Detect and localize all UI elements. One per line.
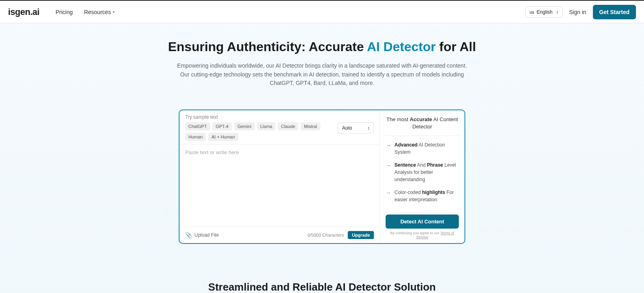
feature-bold: Sentence [394,162,416,168]
hero-title-post: for All [436,39,476,54]
hero-title-pre: Ensuring Authenticity: Accurate [168,39,367,54]
hero-title-highlight: AI Detector [367,39,436,54]
mode-label: Auto [342,125,352,131]
chip-claude[interactable]: Claude [278,122,298,130]
feature-pre: Color-coded [394,190,422,195]
textarea-wrap [180,144,380,227]
nav-links: Pricing Resources ▾ [56,9,115,15]
mode-select[interactable]: Auto ▴▾ [338,122,374,134]
features-list: → Advanced AI Detection System → Sentenc… [386,136,459,215]
select-arrows-icon: ▴▾ [557,10,558,14]
detector-card: Try sample text ChatGPT GPT-4 Gemini Lla… [179,109,465,244]
section-2-title: Streamlined and Reliable AI Detector Sol… [8,280,636,293]
select-arrows-icon: ▴▾ [368,126,369,130]
feature-mid: And [416,162,427,168]
detect-button[interactable]: Detect AI Content [386,215,459,229]
text-input[interactable] [180,144,380,225]
feature-item: → Sentence And Phrase Level Analysis for… [386,161,459,183]
get-started-button[interactable]: Get Started [593,5,636,19]
counter-wrap: 0/5000 Characters Upgrade [308,231,374,239]
chip-mistral[interactable]: Mistral [301,122,320,130]
chip-llama[interactable]: Llama [257,122,276,130]
nav-right: us English ▴▾ Sign in Get Started [525,5,636,19]
upgrade-button[interactable]: Upgrade [348,231,374,239]
sample-chips: ChatGPT GPT-4 Gemini Llama Claude Mistra… [185,122,334,141]
feature-text: Sentence And Phrase Level Analysis for b… [394,161,459,183]
right-title-bold: Accurate [410,116,432,122]
flag-icon: us [530,10,535,14]
nav-left: isgen.ai Pricing Resources ▾ [8,7,115,17]
chip-gemini[interactable]: Gemini [234,122,255,130]
chip-gpt4[interactable]: GPT-4 [213,122,232,130]
upload-file[interactable]: 📎 Upload File [185,232,219,238]
chevron-down-icon: ▾ [113,10,115,14]
feature-bold: Advanced [394,142,417,148]
nav-resources[interactable]: Resources ▾ [84,9,115,15]
right-title-pre: The most [386,116,410,122]
upload-label: Upload File [194,232,219,238]
terms-note: By continuing you agree to our Terms of … [386,231,459,239]
arrow-right-icon: → [386,141,391,156]
feature-text: Advanced AI Detection System [394,141,459,156]
chips-row: ChatGPT GPT-4 Gemini Llama Claude Mistra… [185,122,374,141]
arrow-right-icon: → [386,189,391,203]
language-select[interactable]: us English ▴▾ [525,6,563,18]
feature-item: → Advanced AI Detection System [386,141,459,156]
detector-left: Try sample text ChatGPT GPT-4 Gemini Lla… [180,110,380,243]
feature-bold: highlights [422,190,445,195]
section-2: Streamlined and Reliable AI Detector Sol… [0,244,644,293]
detector-right: The most Accurate AI Content Detector → … [380,110,464,243]
hero: Ensuring Authenticity: Accurate AI Detec… [0,23,644,97]
navbar: isgen.ai Pricing Resources ▾ us English … [0,1,644,23]
signin-link[interactable]: Sign in [569,9,586,15]
nav-pricing[interactable]: Pricing [56,9,73,15]
hero-title: Ensuring Authenticity: Accurate AI Detec… [8,39,636,54]
sample-row: Try sample text ChatGPT GPT-4 Gemini Lla… [180,110,380,144]
language-label: English [537,9,552,15]
section-2-line1: Streamlined and Reliable AI Detector Sol… [208,281,436,293]
paperclip-icon: 📎 [185,232,192,238]
chip-human[interactable]: Human [185,133,206,141]
bottom-bar: 📎 Upload File 0/5000 Characters Upgrade [180,227,380,243]
sample-label: Try sample text [185,114,374,120]
feature-item: → Color-coded highlights For easier inte… [386,189,459,203]
arrow-right-icon: → [386,161,391,183]
right-title: The most Accurate AI Content Detector [386,116,459,136]
brand-logo[interactable]: isgen.ai [8,7,39,17]
nav-resources-label: Resources [84,9,111,15]
chip-chatgpt[interactable]: ChatGPT [185,122,210,130]
feature-bold: Phrase [427,162,443,168]
char-counter: 0/5000 Characters [308,233,344,237]
chip-ai-human[interactable]: AI + Human [208,133,238,141]
feature-text: Color-coded highlights For easier interp… [394,189,459,203]
hero-subtitle: Empowering individuals worldwide, our AI… [177,62,467,88]
terms-pre: By continuing you agree to our [390,231,440,235]
